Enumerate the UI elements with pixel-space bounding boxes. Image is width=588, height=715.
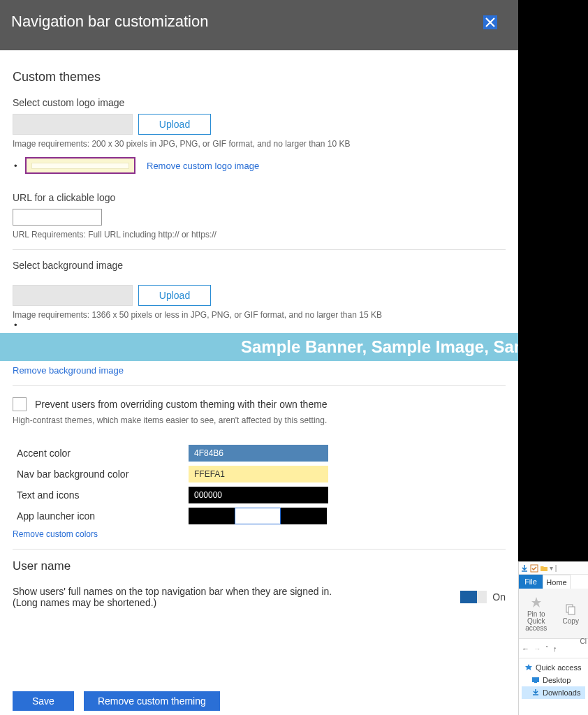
save-button[interactable]: Save <box>13 691 74 711</box>
explorer-ribbon: Pin to Quick access Copy <box>519 589 588 639</box>
tree-quick-access[interactable]: Quick access <box>522 661 585 674</box>
user-name-desc-line1: Show users' full names on the top naviga… <box>13 586 332 597</box>
bg-file-field[interactable] <box>13 285 133 306</box>
pin-to-quick-access-button[interactable]: Pin to Quick access <box>519 589 554 638</box>
bg-label: Select background image <box>13 260 506 271</box>
pin-icon <box>529 596 543 610</box>
section-custom-themes: Custom themes <box>13 70 506 84</box>
user-name-desc-line2: (Long names may be shortened.) <box>13 597 332 608</box>
user-name-toggle-wrap: On <box>460 591 506 603</box>
accent-color-label: Accent color <box>13 448 189 459</box>
url-label: URL for a clickable logo <box>13 192 506 203</box>
user-name-toggle-label: On <box>492 591 506 603</box>
launcher-icon-label: App launcher icon <box>13 510 189 522</box>
desktop-icon <box>531 676 540 684</box>
logo-url-input[interactable] <box>13 209 102 226</box>
close-icon <box>485 17 495 27</box>
bg-banner-preview: Sample Banner, Sample Image, Sam <box>0 333 518 361</box>
divider <box>13 249 506 250</box>
prevent-override-checkbox[interactable] <box>13 397 27 411</box>
explorer-tree: Quick access Desktop Downloads <box>519 658 588 702</box>
panel-header: Navigation bar customization <box>0 0 518 50</box>
file-explorer-window: ▾ | File Home Pin to Quick access Copy C… <box>518 561 588 715</box>
remove-colors-link[interactable]: Remove custom colors <box>13 529 98 539</box>
color-grid: Accent color 4F84B6 Nav bar background c… <box>13 445 506 524</box>
settings-panel: Navigation bar customization Custom them… <box>0 0 518 715</box>
text-color-label: Text and icons <box>13 489 189 501</box>
launcher-option-dark1[interactable] <box>189 508 235 524</box>
clipboard-group-label: Cl <box>580 637 587 645</box>
user-name-row: Show users' full names on the top naviga… <box>13 586 506 608</box>
prevent-override-label: Prevent users from overriding custom the… <box>35 399 328 410</box>
tree-quick-access-label: Quick access <box>536 663 581 672</box>
explorer-tabs: File Home <box>519 575 588 589</box>
logo-thumbnail <box>25 157 135 174</box>
explorer-nav: ← → ˅ ↑ <box>519 639 588 658</box>
user-name-desc: Show users' full names on the top naviga… <box>13 586 332 608</box>
panel-content: Custom themes Select custom logo image U… <box>0 50 518 715</box>
accent-color-swatch[interactable]: 4F84B6 <box>189 445 328 462</box>
copy-label: Copy <box>563 618 579 625</box>
user-name-toggle[interactable] <box>460 591 487 603</box>
up-icon[interactable]: ↑ <box>553 644 557 653</box>
nav-bg-swatch[interactable]: FFEFA1 <box>189 466 328 482</box>
bg-file-row: Upload <box>13 285 506 306</box>
copy-button[interactable]: Copy <box>554 589 589 638</box>
logo-file-field[interactable] <box>13 114 133 135</box>
logo-file-row: Upload <box>13 114 506 135</box>
logo-preview-row: Remove custom logo image <box>25 157 506 174</box>
chevron-down-icon[interactable]: ˅ <box>545 645 549 652</box>
launcher-icon-options <box>189 508 328 524</box>
nav-bg-label: Nav bar background color <box>13 469 189 480</box>
logo-upload-button[interactable]: Upload <box>138 114 211 135</box>
launcher-option-dark2[interactable] <box>281 508 327 524</box>
divider <box>13 549 506 550</box>
folder-icon <box>540 564 548 573</box>
logo-label: Select custom logo image <box>13 97 506 108</box>
tree-desktop-label: Desktop <box>543 676 571 684</box>
bg-upload-button[interactable]: Upload <box>138 285 211 306</box>
back-icon[interactable]: ← <box>522 644 529 653</box>
bg-hint: Image requirements: 1366 x 50 pixels or … <box>13 310 506 320</box>
section-user-name: User name <box>13 559 506 573</box>
tree-downloads-label: Downloads <box>543 688 580 697</box>
text-color-swatch[interactable]: 000000 <box>189 487 328 503</box>
remove-bg-link[interactable]: Remove background image <box>13 365 124 376</box>
svg-rect-2 <box>568 607 575 614</box>
forward-icon[interactable]: → <box>534 644 541 653</box>
download-arrow-icon <box>520 564 529 573</box>
pin-label: Pin to Quick access <box>519 611 554 632</box>
copy-icon <box>564 603 578 617</box>
bg-bullet <box>13 320 506 330</box>
checkmark-icon <box>530 564 538 573</box>
prevent-override-row: Prevent users from overriding custom the… <box>13 397 506 411</box>
download-icon <box>531 688 540 697</box>
close-button[interactable] <box>483 15 497 29</box>
prevent-override-hint: High-contrast themes, which make items e… <box>13 415 506 425</box>
star-icon <box>524 663 533 672</box>
logo-hint: Image requirements: 200 x 30 pixels in J… <box>13 139 506 149</box>
explorer-quick-access-toolbar: ▾ | <box>519 562 588 575</box>
remove-theming-button[interactable]: Remove custom theming <box>84 691 220 711</box>
svg-rect-4 <box>534 682 537 683</box>
explorer-tab-file[interactable]: File <box>519 575 543 589</box>
remove-logo-link[interactable]: Remove custom logo image <box>147 161 259 171</box>
panel-title: Navigation bar customization <box>11 13 507 31</box>
svg-rect-3 <box>532 677 539 682</box>
explorer-tab-home[interactable]: Home <box>543 575 571 589</box>
divider <box>13 385 506 386</box>
url-hint: URL Requirements: Full URL including htt… <box>13 230 506 239</box>
tree-desktop[interactable]: Desktop <box>522 674 585 686</box>
panel-footer: Save Remove custom theming <box>13 691 220 711</box>
launcher-option-light[interactable] <box>235 508 281 524</box>
tree-downloads[interactable]: Downloads <box>522 686 585 699</box>
